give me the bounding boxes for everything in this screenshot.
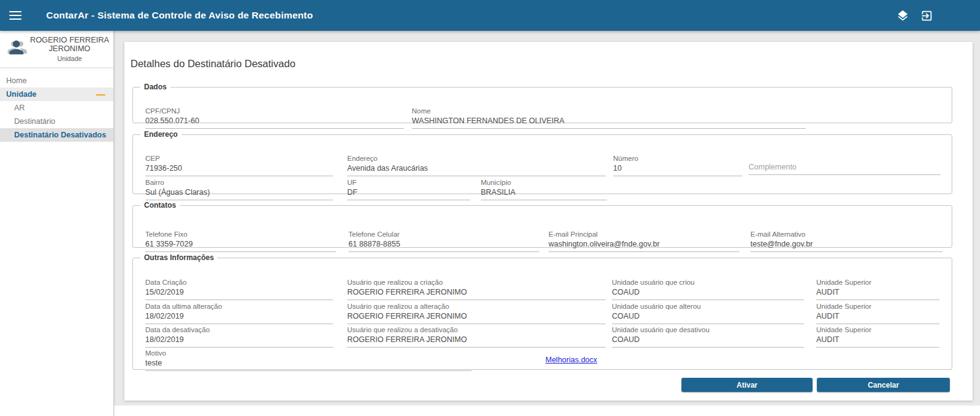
field-value: WASHINGTON FERNANDES DE OLIVEIRA bbox=[412, 116, 806, 129]
field-value: ROGERIO FERREIRA JERONIMO bbox=[347, 288, 606, 300]
section-dados-legend: Dados bbox=[140, 83, 171, 91]
sidebar-item-label: Home bbox=[6, 76, 26, 85]
user-unit: Unidade bbox=[30, 55, 110, 62]
field-label: Unidade Superior bbox=[816, 303, 939, 311]
menu-icon[interactable] bbox=[9, 11, 22, 20]
field-telefone-fixo: Telefone Fixo 61 3359-7029 bbox=[145, 230, 336, 252]
field-numero: Número 10 bbox=[613, 155, 742, 176]
field-label: Telefone Celular bbox=[348, 230, 539, 239]
field-label: Unidade Superior bbox=[816, 279, 939, 287]
field-value: AUDIT bbox=[816, 335, 939, 348]
field-label: Endereço bbox=[347, 155, 606, 163]
field-label: CPF/CPNJ bbox=[145, 107, 404, 115]
field-value: Sul (Águas Claras) bbox=[145, 188, 333, 200]
field-bairro: Bairro Sul (Águas Claras) bbox=[145, 179, 333, 200]
field-value: washington.oliveira@fnde.gov.br bbox=[548, 240, 739, 252]
sidebar-item-ar[interactable]: AR bbox=[0, 101, 113, 115]
field-usuario-alteracao: Usuário que realizou a alteração ROGERIO… bbox=[347, 303, 606, 324]
field-label: Município bbox=[481, 179, 607, 187]
sidebar-item-home[interactable]: Home bbox=[0, 74, 113, 88]
field-label: CEP bbox=[145, 155, 333, 163]
attachment-link[interactable]: Melhorias.docx bbox=[545, 356, 597, 364]
field-label: Data da ultima alteração bbox=[145, 303, 333, 311]
section-endereco-legend: Endereço bbox=[140, 130, 182, 139]
sidebar-menu: Home Unidade AR Destinatário Destinatári… bbox=[0, 68, 113, 142]
field-value: teste bbox=[145, 359, 472, 371]
field-value: 15/02/2019 bbox=[145, 288, 333, 300]
field-value: DF bbox=[347, 188, 470, 200]
field-unidade-criou: Unidade usuário que criou COAUD bbox=[612, 279, 804, 300]
field-placeholder: Complemento bbox=[749, 163, 941, 175]
field-label: Usuário que realizou a alteração bbox=[347, 303, 606, 311]
user-meta: ROGERIO FERREIRA JERONIMO Unidade bbox=[30, 36, 110, 62]
field-nome: Nome WASHINGTON FERNANDES DE OLIVEIRA bbox=[412, 107, 806, 129]
field-unidade-superior-2: Unidade Superior AUDIT bbox=[816, 303, 939, 324]
user-name: ROGERIO FERREIRA JERONIMO bbox=[30, 36, 110, 53]
sidebar: ROGERIO FERREIRA JERONIMO Unidade Home U… bbox=[0, 31, 114, 416]
field-label: Usuário que realizou a criação bbox=[347, 279, 606, 287]
field-value: 028.550.071-60 bbox=[145, 116, 404, 129]
top-app-bar: ContarAr - Sistema de Controle de Aviso … bbox=[0, 0, 980, 31]
sidebar-item-label: AR bbox=[14, 104, 25, 112]
details-card: Detalhes do Destinatário Desativado Dado… bbox=[124, 42, 973, 401]
field-value: 61 88878-8855 bbox=[348, 240, 539, 252]
field-label: Unidade Superior bbox=[816, 326, 939, 334]
field-email-alternativo: E-mail Alternativo teste@fnde.gov.br bbox=[750, 230, 942, 252]
field-label: Bairro bbox=[145, 179, 333, 187]
field-label: E-mail Alternativo bbox=[750, 230, 942, 239]
layers-icon[interactable] bbox=[896, 9, 909, 22]
field-usuario-criacao: Usuário que realizou a criação ROGERIO F… bbox=[347, 279, 606, 300]
field-value: COAUD bbox=[612, 288, 804, 300]
app-title: ContarAr - Sistema de Controle de Aviso … bbox=[46, 10, 313, 21]
section-endereco: Endereço CEP 71936-250 Endereço Avenida … bbox=[132, 130, 952, 194]
sidebar-item-label: Destinatário Desativados bbox=[14, 131, 106, 139]
sidebar-item-destinatario[interactable]: Destinatário bbox=[0, 115, 113, 128]
field-unidade-superior-1: Unidade Superior AUDIT bbox=[816, 279, 939, 300]
field-label: Telefone Fixo bbox=[145, 230, 336, 239]
logout-icon[interactable] bbox=[920, 9, 933, 22]
cancelar-button[interactable]: Cancelar bbox=[817, 378, 950, 392]
page-title: Detalhes do Destinatário Desativado bbox=[131, 58, 295, 70]
section-outras-informacoes: Outras Informações Data Criação 15/02/20… bbox=[132, 253, 952, 370]
field-cpf: CPF/CPNJ 028.550.071-60 bbox=[145, 107, 404, 129]
field-value: teste@fnde.gov.br bbox=[750, 240, 942, 252]
field-label: Usuário que realizou a desativação bbox=[347, 326, 606, 334]
user-group-icon bbox=[5, 37, 30, 58]
field-label: Unidade usuário que alterou bbox=[612, 303, 804, 311]
field-value: Avenida das Araucárias bbox=[347, 164, 606, 176]
field-value: ROGERIO FERREIRA JERONIMO bbox=[347, 312, 606, 324]
field-label: UF bbox=[347, 179, 470, 187]
section-outras-legend: Outras Informações bbox=[140, 253, 217, 262]
field-cep: CEP 71936-250 bbox=[145, 155, 333, 176]
field-value: 61 3359-7029 bbox=[145, 240, 336, 252]
field-value: COAUD bbox=[612, 335, 804, 348]
field-value: 71936-250 bbox=[145, 164, 333, 176]
sidebar-item-unidade[interactable]: Unidade bbox=[0, 88, 113, 101]
field-label: Unidade usuário que criou bbox=[612, 279, 804, 287]
sidebar-item-destinatario-desativados[interactable]: Destinatário Desativados bbox=[0, 128, 113, 142]
field-value: BRASILIA bbox=[481, 188, 607, 200]
field-telefone-celular: Telefone Celular 61 88878-8855 bbox=[348, 230, 539, 252]
main-content: Detalhes do Destinatário Desativado Dado… bbox=[114, 31, 980, 406]
section-contatos: Contatos Telefone Fixo 61 3359-7029 Tele… bbox=[132, 201, 952, 248]
field-label: Número bbox=[613, 155, 742, 163]
field-data-criacao: Data Criação 15/02/2019 bbox=[145, 279, 333, 300]
field-value: COAUD bbox=[612, 312, 804, 324]
field-municipio: Município BRASILIA bbox=[481, 179, 607, 200]
app-body: ROGERIO FERREIRA JERONIMO Unidade Home U… bbox=[0, 31, 980, 416]
user-panel: ROGERIO FERREIRA JERONIMO Unidade bbox=[0, 31, 113, 68]
field-label: Data Criação bbox=[145, 279, 333, 287]
field-value: 10 bbox=[613, 164, 742, 176]
field-label: Unidade usuário que desativou bbox=[612, 326, 804, 334]
field-value: 18/02/2019 bbox=[145, 335, 333, 348]
field-value: 18/02/2019 bbox=[145, 312, 333, 324]
sidebar-item-label: Destinatário bbox=[14, 117, 55, 126]
field-motivo: Motivo teste bbox=[145, 349, 472, 371]
field-label: Motivo bbox=[145, 349, 472, 357]
ativar-button[interactable]: Ativar bbox=[681, 378, 813, 392]
field-endereco: Endereço Avenida das Araucárias bbox=[347, 155, 606, 176]
field-data-alteracao: Data da ultima alteração 18/02/2019 bbox=[145, 303, 333, 324]
field-uf: UF DF bbox=[347, 179, 470, 200]
field-value: ROGERIO FERREIRA JERONIMO bbox=[347, 335, 606, 348]
field-usuario-desativacao: Usuário que realizou a desativação ROGER… bbox=[347, 326, 606, 348]
